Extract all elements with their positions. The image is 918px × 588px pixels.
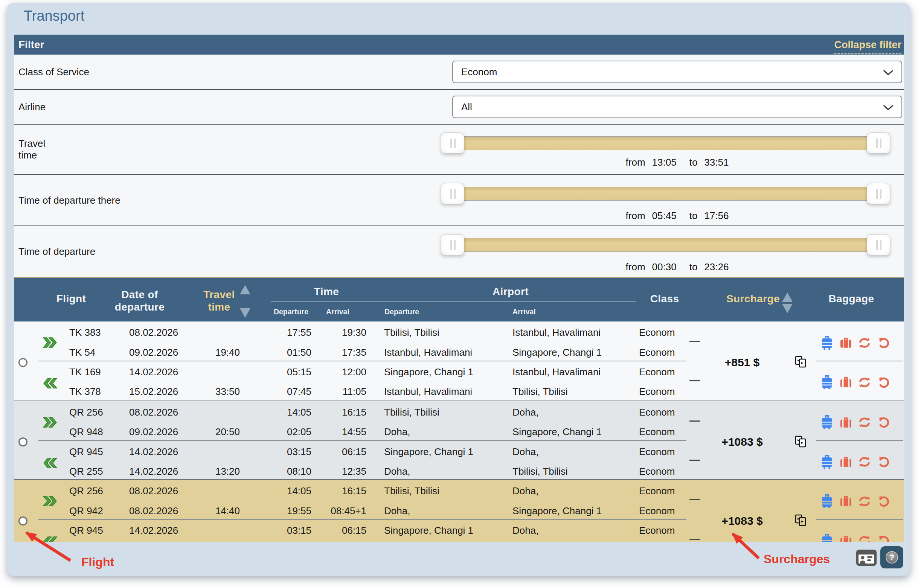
- class-of-service-select[interactable]: Econom: [452, 61, 902, 83]
- departure-there-slider-track[interactable]: [453, 187, 878, 200]
- handle-grip: [876, 189, 878, 199]
- departure-slider-handle-max[interactable]: [867, 234, 890, 255]
- help-button[interactable]: ?: [880, 546, 903, 569]
- banknotes-icon[interactable]: [795, 436, 807, 449]
- travel-time-label: Travel time: [18, 138, 64, 161]
- departure-time: 08:10: [259, 466, 311, 477]
- briefcase-icon[interactable]: [840, 536, 851, 542]
- departure-date: 08.02.2026: [129, 485, 178, 496]
- departure-label: Time of departure: [18, 246, 95, 257]
- travel-time-slider-handle-max[interactable]: [867, 132, 890, 153]
- departure-slider-track[interactable]: [453, 238, 878, 252]
- departure-airport: Tbilisi, Tbilisi: [384, 485, 440, 496]
- arrival-airport: Tbilisi, Tbilisi: [512, 386, 568, 397]
- leg-separator-line: [39, 440, 687, 441]
- flight-select-radio[interactable]: [18, 358, 27, 367]
- travel-time-range-text: from13:05to33:51: [452, 157, 902, 168]
- suitcase-icon[interactable]: [822, 415, 832, 431]
- departure-slider-handle-min[interactable]: [441, 234, 464, 255]
- service-class: Econom: [639, 407, 675, 418]
- arrival-airport: Singapore, Changi 1: [512, 347, 602, 358]
- undo-icon[interactable]: [878, 536, 890, 542]
- briefcase-icon[interactable]: [840, 377, 851, 389]
- handle-grip: [876, 240, 878, 250]
- travel-time-slider-track[interactable]: [453, 136, 878, 150]
- col-header-travel-time[interactable]: Travel time: [197, 288, 242, 313]
- collapse-filter-link[interactable]: Collapse filter: [834, 39, 902, 54]
- departure-time: 02:05: [259, 426, 311, 438]
- transfer-dash: [689, 499, 700, 500]
- undo-icon[interactable]: [878, 496, 890, 508]
- sort-down-icon[interactable]: [782, 304, 793, 313]
- flight-number: TK 383: [69, 327, 101, 338]
- handle-grip: [454, 139, 456, 148]
- sort-down-icon[interactable]: [240, 308, 251, 318]
- departure-date: 14.02.2026: [129, 446, 178, 457]
- departure-date: 09.02.2026: [129, 347, 178, 358]
- briefcase-icon[interactable]: [840, 417, 851, 429]
- banknotes-icon[interactable]: [795, 356, 807, 369]
- flight-number: QR 256: [69, 485, 103, 496]
- departure-airport: Singapore, Changi 1: [384, 366, 473, 378]
- exchange-icon[interactable]: [859, 377, 870, 389]
- service-class: Econom: [639, 466, 675, 477]
- suitcase-icon[interactable]: [822, 375, 832, 391]
- departure-time: 19:55: [259, 505, 311, 517]
- sort-up-icon[interactable]: [782, 292, 793, 302]
- baggage-icons-return: [818, 375, 904, 390]
- exchange-icon[interactable]: [859, 417, 870, 429]
- undo-icon[interactable]: [878, 377, 890, 389]
- exchange-icon[interactable]: [859, 496, 870, 508]
- departure-slider: [441, 226, 890, 264]
- departure-there-slider-handle-max[interactable]: [867, 183, 890, 204]
- briefcase-icon[interactable]: [840, 496, 851, 508]
- segment-row: QR 255 14.02.2026 13:20 08:10 12:35 Doha…: [14, 466, 904, 477]
- question-mark-icon: ?: [886, 551, 898, 564]
- table-header: Flignt Date of departure Travel time Tim…: [14, 277, 904, 321]
- id-card-icon[interactable]: [856, 549, 877, 566]
- exchange-icon[interactable]: [859, 457, 870, 468]
- airline-select[interactable]: All: [452, 95, 902, 118]
- departure-airport: Istanbul, Havalimani: [384, 386, 472, 397]
- suitcase-icon[interactable]: [822, 336, 832, 351]
- leg-separator-line: [816, 440, 903, 441]
- service-class: Econom: [639, 446, 675, 457]
- flights-table: Flignt Date of departure Travel time Tim…: [14, 277, 904, 542]
- suitcase-icon[interactable]: [822, 534, 832, 542]
- arrival-airport: Tbilisi, Tbilisi: [512, 466, 568, 477]
- briefcase-icon[interactable]: [840, 338, 851, 349]
- departure-there-slider-handle-min[interactable]: [441, 183, 464, 204]
- subcol-header-airport-departure: Departure: [385, 307, 419, 316]
- arrival-time: 16:15: [314, 407, 366, 418]
- travel-time-slider-handle-min[interactable]: [441, 132, 464, 153]
- undo-icon[interactable]: [878, 417, 890, 429]
- suitcase-icon[interactable]: [822, 455, 832, 470]
- baggage-icons-outbound: [818, 494, 904, 509]
- undo-icon[interactable]: [878, 457, 890, 468]
- arrival-airport: Istanbul, Havalimani: [512, 327, 601, 338]
- travel-time: 33:50: [174, 386, 240, 397]
- col-header-flight: Flignt: [39, 292, 103, 305]
- flight-select-radio[interactable]: [18, 438, 27, 446]
- flight-select-radio[interactable]: [18, 517, 27, 525]
- departure-time: 03:15: [259, 525, 311, 536]
- departure-airport: Singapore, Changi 1: [384, 446, 473, 457]
- airline-value: All: [461, 101, 472, 113]
- exchange-icon[interactable]: [859, 536, 870, 542]
- briefcase-icon[interactable]: [840, 457, 851, 468]
- suitcase-icon[interactable]: [822, 494, 832, 510]
- class-of-service-value: Econom: [461, 66, 497, 78]
- range-to-word: to: [689, 157, 698, 168]
- leg-separator-line: [816, 519, 903, 520]
- departure-time: 05:15: [259, 366, 311, 378]
- exchange-icon[interactable]: [859, 338, 870, 350]
- col-header-surcharge[interactable]: Surcharge: [723, 292, 783, 305]
- undo-icon[interactable]: [878, 338, 890, 350]
- departure-airport: Istanbul, Havalimani: [384, 347, 472, 358]
- baggage-icons-return: [818, 534, 904, 542]
- filter-row-departure-there: Time of departure there from05:45to17:56: [14, 174, 904, 226]
- banknotes-icon[interactable]: [795, 514, 807, 528]
- arrival-time: 06:15: [314, 525, 366, 536]
- flight-number: QR 255: [69, 466, 103, 477]
- sort-up-icon[interactable]: [240, 285, 251, 294]
